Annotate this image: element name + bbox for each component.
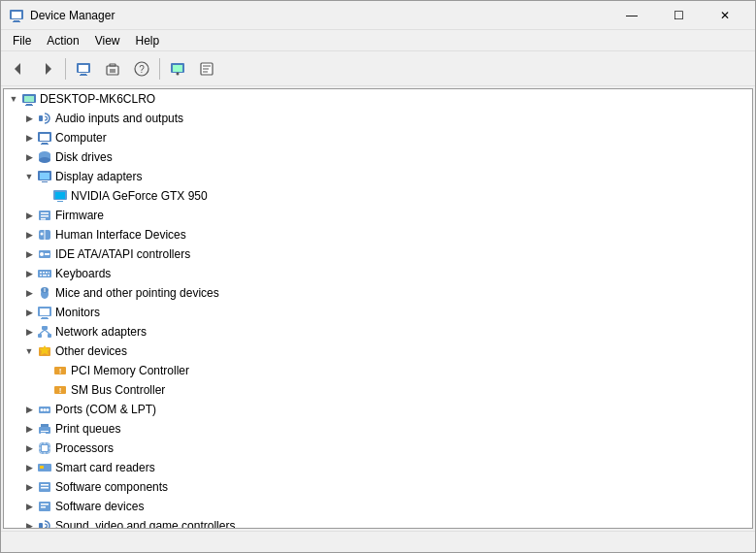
svg-rect-2 <box>14 20 19 21</box>
expand-icon-sound[interactable]: ▶ <box>21 518 37 529</box>
toolbar-forward-button[interactable] <box>34 55 61 82</box>
menu-help[interactable]: Help <box>128 32 168 49</box>
expand-icon-smartcard[interactable]: ▶ <box>21 460 37 475</box>
tree-node-ports[interactable]: ▶ Ports (COM & LPT) <box>4 400 752 419</box>
expand-icon-ide[interactable]: ▶ <box>21 246 37 262</box>
maximize-button[interactable]: ☐ <box>656 1 701 30</box>
expand-icon-network[interactable]: ▶ <box>21 324 37 340</box>
expand-icon-disk[interactable]: ▶ <box>21 149 37 165</box>
expand-icon-audio[interactable]: ▶ <box>21 111 37 126</box>
tree-node-hid[interactable]: ▶ Human Interface Devices <box>4 225 752 244</box>
firmware-label: Firmware <box>55 209 104 222</box>
smbus-label: SM Bus Controller <box>71 383 165 397</box>
mice-icon <box>37 285 52 301</box>
tree-node-smbus[interactable]: ! SM Bus Controller <box>4 380 752 400</box>
toolbar-uninstall-button[interactable] <box>99 55 126 82</box>
smartcard-icon <box>37 460 52 475</box>
main-area: ▼ DESKTOP-MK6CLRO ▶ <box>1 86 755 531</box>
tree-node-smartcard[interactable]: ▶ Smart card readers <box>4 458 752 477</box>
expand-icon-mice[interactable]: ▶ <box>21 285 37 301</box>
expand-icon-ports[interactable]: ▶ <box>21 402 37 417</box>
expand-icon-computer[interactable]: ▶ <box>21 130 37 146</box>
toolbar-back-button[interactable] <box>5 55 32 82</box>
svg-rect-40 <box>55 192 65 199</box>
svg-rect-38 <box>42 181 48 182</box>
svg-rect-9 <box>80 75 87 76</box>
keyboards-label: Keyboards <box>55 267 111 280</box>
smbus-icon: ! <box>52 382 68 398</box>
print-icon <box>37 421 52 437</box>
expand-icon-other[interactable]: ▼ <box>21 343 37 359</box>
svg-rect-7 <box>79 65 88 72</box>
tree-node-monitors[interactable]: ▶ Monitors <box>4 303 752 322</box>
expand-icon-print[interactable]: ▶ <box>21 421 37 437</box>
svg-rect-1 <box>12 12 21 18</box>
svg-rect-103 <box>41 504 49 505</box>
menu-view[interactable]: View <box>87 32 128 49</box>
tree-node-nvidia[interactable]: NVIDIA GeForce GTX 950 <box>4 186 752 206</box>
expand-icon-softdev[interactable]: ▶ <box>21 499 37 514</box>
expand-icon-keyboards[interactable]: ▶ <box>21 266 37 281</box>
tree-node-print[interactable]: ▶ Print queues <box>4 419 752 439</box>
svg-point-80 <box>44 408 47 411</box>
svg-rect-68 <box>38 334 42 338</box>
softdev-label: Software devices <box>55 500 144 513</box>
toolbar-computer-button[interactable] <box>70 55 97 82</box>
ports-icon <box>37 402 52 417</box>
expand-icon-monitors[interactable]: ▶ <box>21 305 37 320</box>
close-button[interactable]: ✕ <box>703 1 747 30</box>
tree-node-network[interactable]: ▶ Network adapters <box>4 322 752 342</box>
minimize-button[interactable]: — <box>609 1 654 30</box>
tree-node-disk[interactable]: ▶ Disk drives <box>4 147 752 167</box>
tree-node-other[interactable]: ▼ Other devices <box>4 342 752 361</box>
svg-point-81 <box>47 408 49 411</box>
svg-point-48 <box>41 233 44 236</box>
tree-node-mice[interactable]: ▶ Mice and other pointing devices <box>4 283 752 303</box>
device-manager-window: Device Manager — ☐ ✕ File Action View He… <box>0 0 756 553</box>
svg-text:!: ! <box>59 367 62 375</box>
svg-rect-56 <box>49 272 49 274</box>
svg-rect-41 <box>57 201 63 202</box>
svg-rect-30 <box>40 134 49 141</box>
tree-node-audio[interactable]: ▶ Audio inputs and outputs <box>4 109 752 128</box>
tree-node-ide[interactable]: ▶ IDE ATA/ATAPI controllers <box>4 244 752 264</box>
tree-node-processors[interactable]: ▶ Process <box>4 439 752 458</box>
network-label: Network adapters <box>55 325 147 339</box>
expand-icon-display[interactable]: ▼ <box>21 169 37 184</box>
menu-action[interactable]: Action <box>39 32 86 49</box>
svg-rect-18 <box>173 65 182 72</box>
expand-icon-firmware[interactable]: ▶ <box>21 208 37 223</box>
firmware-icon <box>37 208 52 223</box>
expand-icon-softcomp[interactable]: ▶ <box>21 479 37 495</box>
smartcard-label: Smart card readers <box>55 461 155 474</box>
tree-node-computer[interactable]: ▶ Computer <box>4 128 752 147</box>
expand-icon-hid[interactable]: ▶ <box>21 227 37 243</box>
title-bar: Device Manager — ☐ ✕ <box>1 1 755 30</box>
svg-rect-11 <box>110 64 115 66</box>
tree-node-sound[interactable]: ▶ Sound, video and game controllers <box>4 516 752 529</box>
svg-point-50 <box>40 252 44 256</box>
tree-node-softdev[interactable]: ▶ Software devices <box>4 497 752 516</box>
toolbar-scan-button[interactable] <box>164 55 191 82</box>
svg-rect-88 <box>42 445 48 451</box>
svg-rect-57 <box>40 275 42 276</box>
menu-file[interactable]: File <box>5 32 39 49</box>
svg-text:!: ! <box>59 386 62 395</box>
svg-rect-84 <box>41 431 49 432</box>
expand-icon-processors[interactable]: ▶ <box>21 440 37 456</box>
hid-icon <box>37 227 52 243</box>
tree-node-root[interactable]: ▼ DESKTOP-MK6CLRO <box>4 89 752 109</box>
tree-node-softcomp[interactable]: ▶ Software components <box>4 477 752 497</box>
toolbar-properties-button[interactable] <box>193 55 220 82</box>
computer-icon <box>37 130 52 146</box>
tree-node-firmware[interactable]: ▶ Firmware <box>4 206 752 225</box>
tree-node-keyboards[interactable]: ▶ Keyboards <box>4 264 752 283</box>
ide-label: IDE ATA/ATAPI controllers <box>55 247 190 261</box>
expand-icon-root[interactable]: ▼ <box>6 91 21 107</box>
tree-panel[interactable]: ▼ DESKTOP-MK6CLRO ▶ <box>3 88 753 529</box>
tree-node-display[interactable]: ▼ Display adapters <box>4 167 752 186</box>
toolbar-help-button[interactable]: ? <box>128 55 155 82</box>
softcomp-label: Software components <box>55 480 168 494</box>
hid-label: Human Interface Devices <box>55 228 186 242</box>
tree-node-pci[interactable]: ! PCI Memory Controller <box>4 361 752 380</box>
